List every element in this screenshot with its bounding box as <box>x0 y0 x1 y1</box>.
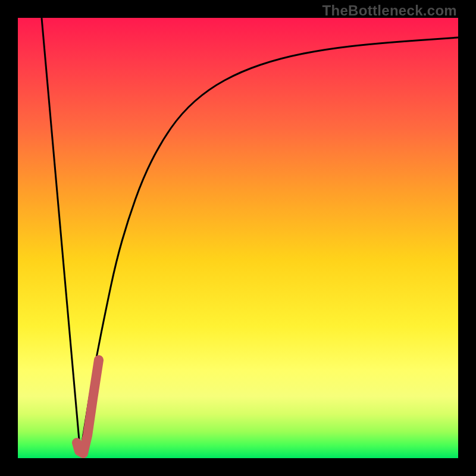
chart-plot-area <box>18 18 458 458</box>
highlight-overlay <box>77 360 99 453</box>
chart-svg <box>18 18 458 458</box>
curve-right-rise <box>80 37 458 453</box>
curve-left-descent <box>42 18 80 453</box>
chart-frame: TheBottleneck.com <box>0 0 476 476</box>
watermark-text: TheBottleneck.com <box>322 2 457 19</box>
